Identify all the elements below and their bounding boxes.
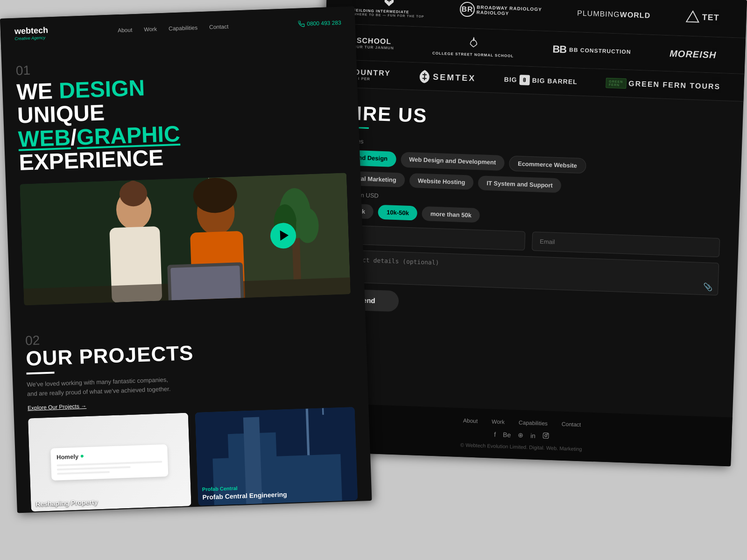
logo-greenfern: GREEN FERN GREEN FERN TOURS bbox=[606, 78, 721, 92]
hero-line4: EXPERIENCE bbox=[19, 145, 164, 175]
details-container: 📎 bbox=[335, 250, 719, 298]
projects-section: 02 OUR PROJECTS We've loved working with… bbox=[11, 312, 372, 513]
name-input[interactable] bbox=[337, 225, 525, 251]
nav-capabilities[interactable]: Capabilities bbox=[169, 24, 197, 32]
homely-name: Homely bbox=[56, 453, 78, 461]
logo-school: School nur tur janmun bbox=[353, 36, 394, 50]
logo-bb-construction: BB BB Construction bbox=[552, 43, 631, 58]
footer-work[interactable]: Work bbox=[492, 418, 505, 425]
logo-bigbarrel: BIG 🛢 BIG BARREL bbox=[504, 74, 578, 87]
linkedin-icon[interactable]: in bbox=[530, 432, 536, 440]
tag-ecommerce[interactable]: Ecommerce Website bbox=[509, 156, 586, 174]
phone-text: 0800 493 283 bbox=[307, 19, 341, 27]
bigbarrel-name2: BIG BARREL bbox=[532, 77, 578, 85]
project-profab[interactable]: Profab Central Profab Central Engineerin… bbox=[195, 407, 358, 506]
hero-image bbox=[20, 173, 351, 305]
college-name: COLLEGE STREET NORMAL SCHOOL bbox=[432, 51, 514, 59]
hero-line3c: GRAPHIC bbox=[76, 121, 180, 149]
nav-links: About Work Capabilities Contact bbox=[118, 23, 229, 33]
bigbarrel-name: BIG bbox=[504, 76, 517, 84]
behance-icon[interactable]: Be bbox=[503, 431, 511, 439]
reshaping-title: Reshaping Property bbox=[35, 498, 98, 508]
nav-about[interactable]: About bbox=[118, 27, 133, 34]
homely-line1 bbox=[57, 461, 162, 466]
semtex-name: SEMTEX bbox=[433, 72, 476, 84]
attachment-icon[interactable]: 📎 bbox=[703, 283, 713, 292]
details-textarea[interactable] bbox=[335, 250, 719, 296]
logo-college: COLLEGE STREET NORMAL SCHOOL bbox=[432, 35, 514, 59]
hero-title: WE DESIGN UNIQUE WEB/GRAPHIC EXPERIENCE bbox=[16, 69, 346, 175]
tag-website-hosting[interactable]: Website Hosting bbox=[409, 173, 474, 190]
homely-line2 bbox=[57, 466, 131, 470]
svg-line-27 bbox=[322, 407, 323, 415]
hire-form: 📎 Send bbox=[334, 225, 720, 323]
svg-point-2 bbox=[545, 434, 547, 437]
webtech-logo: webtech Creative Agency bbox=[14, 25, 49, 41]
svg-rect-16 bbox=[170, 266, 241, 302]
hire-title: HIRE US bbox=[341, 102, 724, 138]
tag-budget-large[interactable]: more than 50k bbox=[422, 206, 480, 223]
nav-contact[interactable]: Contact bbox=[209, 23, 229, 30]
profab-caption: Profab Central Profab Central Engineerin… bbox=[202, 483, 287, 501]
svg-point-3 bbox=[547, 434, 548, 434]
logo-moreish: Moreish bbox=[669, 48, 717, 60]
logo-semtex: SEMTEX bbox=[419, 70, 476, 85]
explore-text: Explore Our Projects → bbox=[28, 403, 86, 411]
footer-capabilities[interactable]: Capabilities bbox=[519, 419, 548, 427]
homely-line3 bbox=[57, 471, 110, 475]
tag-web-design[interactable]: Web Design and Development bbox=[401, 152, 505, 171]
project-homely[interactable]: Homely Reshaping Property bbox=[28, 413, 191, 512]
logo-subtext: Creative Agency bbox=[14, 35, 48, 41]
tag-it-system[interactable]: IT System and Support bbox=[478, 176, 562, 193]
logo-plumbing: plumbingworld bbox=[577, 9, 651, 20]
bb-construction-name: BB Construction bbox=[569, 47, 631, 56]
logo-broadway: BR BROADWAY RADIOLOGY RADIOLOGY bbox=[459, 1, 542, 19]
svg-marker-0 bbox=[686, 11, 699, 22]
hero-line1-we: WE bbox=[16, 78, 59, 105]
back-page: FEILDING INTERMEDIATE Where to be — fun … bbox=[311, 0, 747, 466]
hero-section: 01 WE DESIGN UNIQUE WEB/GRAPHIC EXPERIEN… bbox=[1, 37, 365, 324]
project-thumbnails: Homely Reshaping Property bbox=[28, 407, 358, 511]
hire-section: HIRE US Services Brand Design Web Design… bbox=[315, 87, 743, 338]
homely-card: Homely bbox=[50, 444, 168, 481]
prev-arrow[interactable]: ‹ bbox=[179, 511, 193, 513]
back-footer: About Work Capabilities Contact f Be ⊕ i… bbox=[311, 403, 733, 466]
facebook-icon[interactable]: f bbox=[494, 431, 496, 439]
hero-line3a: WEB bbox=[18, 125, 71, 152]
projects-underline bbox=[26, 371, 54, 374]
moreish-name: Moreish bbox=[669, 48, 717, 60]
logo-feilding: FEILDING INTERMEDIATE Where to be — fun … bbox=[353, 0, 425, 18]
homely-logo: Homely bbox=[56, 450, 162, 461]
homely-caption: Reshaping Property bbox=[35, 498, 98, 508]
email-input[interactable] bbox=[531, 232, 720, 258]
projects-description: We've loved working with many fantastic … bbox=[27, 375, 176, 399]
hero-video-area bbox=[20, 173, 351, 305]
phone-number[interactable]: 0800 493 283 bbox=[298, 19, 341, 27]
footer-contact[interactable]: Contact bbox=[562, 421, 581, 428]
homely-dot bbox=[81, 455, 84, 457]
tet-name: TeT bbox=[702, 13, 719, 23]
logo-text: webtech bbox=[14, 25, 49, 36]
instagram-icon[interactable] bbox=[543, 432, 550, 440]
svg-rect-1 bbox=[543, 433, 549, 438]
hero-line1-design: DESIGN bbox=[58, 75, 145, 103]
logo-tet: TeT bbox=[685, 10, 719, 25]
nav-work[interactable]: Work bbox=[144, 26, 157, 33]
next-arrow[interactable]: › bbox=[197, 510, 211, 513]
dribbble-icon[interactable]: ⊕ bbox=[518, 431, 524, 439]
footer-about[interactable]: About bbox=[463, 417, 478, 424]
tag-budget-medium[interactable]: 10k-50k bbox=[378, 205, 418, 221]
front-page: webtech Creative Agency About Work Capab… bbox=[0, 6, 372, 513]
tours-name: GREEN FERN TOURS bbox=[628, 80, 721, 91]
plumbing-name: plumbingworld bbox=[577, 9, 651, 20]
